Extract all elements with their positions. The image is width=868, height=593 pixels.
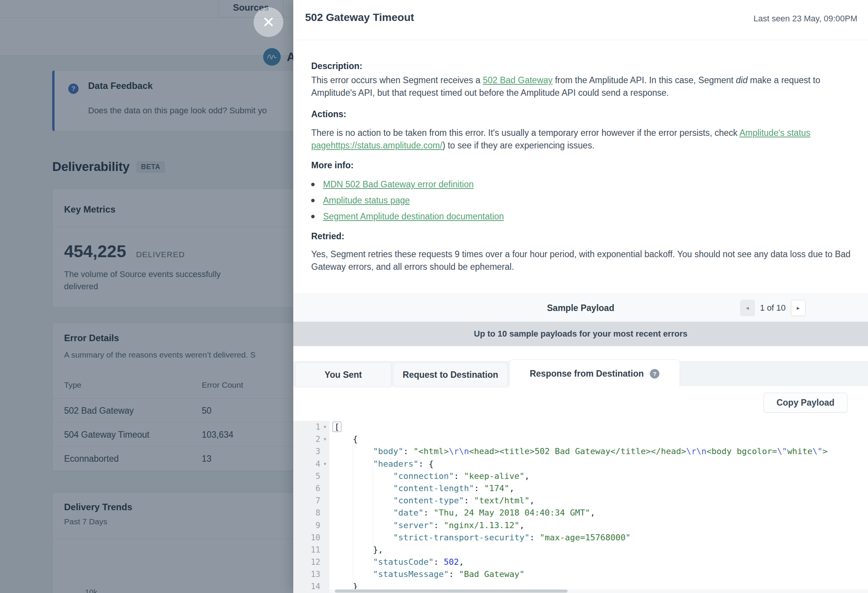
code-line: 2▾ { — [293, 433, 868, 445]
code-token — [333, 508, 393, 517]
code-token: > — [823, 446, 828, 456]
code-line: 3 "body": "<html>\r\n<head><title>502 Ba… — [293, 445, 868, 458]
code-line: 7 "content-type": "text/html", — [293, 495, 868, 507]
code-token: , — [590, 508, 595, 517]
code-token — [333, 471, 393, 481]
code-token: \" — [812, 446, 823, 456]
code-source: { — [333, 433, 358, 445]
code-token: 502 — [444, 557, 459, 567]
fold-caret-icon[interactable]: ▾ — [320, 458, 330, 470]
code-token: "nginx/1.13.12" — [444, 520, 519, 530]
fold-caret-icon[interactable]: ▾ — [320, 421, 330, 433]
pager-prev-button[interactable]: ◂ — [740, 300, 755, 316]
close-icon: ✕ — [262, 15, 275, 30]
code-source: "content-type": "text/html", — [333, 495, 535, 507]
copy-payload-button[interactable]: Copy Payload — [764, 393, 847, 413]
panel-title: 502 Gateway Timeout — [305, 11, 414, 24]
code-line: 12 "statusCode": 502, — [293, 556, 868, 568]
code-line: 8 "date": "Thu, 24 May 2018 04:40:34 GMT… — [293, 507, 868, 519]
payload-pager: ◂ 1 of 10 ▸ — [740, 300, 805, 316]
code-line: 13 "statusMessage": "Bad Gateway" — [293, 568, 868, 580]
code-token: \r\n — [449, 446, 469, 456]
text-run: did — [736, 75, 748, 85]
more-info-link[interactable]: Amplitude status page — [323, 195, 410, 206]
bullet-dot — [311, 215, 315, 218]
code-token — [333, 459, 373, 469]
code-source: "date": "Thu, 24 May 2018 04:40:34 GMT", — [333, 507, 595, 519]
fold-spacer — [320, 580, 330, 593]
horizontal-scrollbar — [330, 589, 868, 593]
scrollbar-thumb[interactable] — [335, 590, 567, 593]
error-detail-panel: 502 Gateway Timeout Last seen 23 May, 09… — [293, 0, 868, 593]
code-token: "content-type" — [393, 496, 464, 505]
fold-spacer — [320, 507, 330, 519]
code-lines: 1▾[2▾ {3 "body": "<html>\r\n<head><title… — [293, 421, 868, 593]
line-number: 14 — [293, 580, 320, 593]
code-line: 9 "server": "nginx/1.13.12", — [293, 519, 868, 532]
tab-label: Request to Destination — [403, 370, 498, 380]
code-source: }, — [333, 544, 383, 556]
fold-spacer — [320, 470, 330, 482]
code-token: "headers" — [373, 459, 418, 469]
code-token: : — [434, 520, 444, 530]
code-token: "statusMessage" — [373, 569, 449, 579]
code-token — [333, 483, 393, 493]
code-source: "content-length": "174", — [333, 482, 514, 495]
tab-you-sent[interactable]: You Sent — [295, 362, 391, 387]
retried-label: Retried: — [311, 231, 344, 242]
code-token: "statusCode" — [373, 557, 434, 567]
fold-spacer — [320, 568, 330, 580]
description-text: This error occurs when Segment receives … — [311, 74, 833, 99]
more-info-link[interactable]: Segment Amplitude destination documentat… — [323, 211, 504, 222]
code-token: : — [449, 569, 459, 579]
more-info-label: More info: — [311, 160, 354, 171]
text-run: This error occurs when Segment receives … — [311, 75, 483, 85]
code-token: , — [459, 557, 464, 567]
code-line: 6 "content-length": "174", — [293, 482, 868, 495]
tab-label: You Sent — [325, 370, 362, 380]
close-button[interactable]: ✕ — [254, 7, 283, 37]
line-number: 9 — [293, 519, 320, 532]
tab-request-to-destination[interactable]: Request to Destination — [393, 362, 508, 387]
more-info-list: MDN 502 Bad Gateway error definitionAmpl… — [311, 176, 504, 224]
code-token: }, — [333, 545, 383, 554]
code-line: 11 }, — [293, 544, 868, 556]
fold-spacer — [320, 445, 330, 458]
code-token: "strict-transport-security" — [393, 533, 530, 542]
line-number: 1 — [293, 421, 320, 433]
payload-tab-rail: You SentRequest to DestinationResponse f… — [293, 361, 868, 386]
inline-link[interactable]: 502 Bad Gateway — [483, 75, 553, 85]
code-token: : — [530, 533, 540, 542]
more-info-link[interactable]: MDN 502 Bad Gateway error definition — [323, 179, 474, 190]
tab-label: Response from Destination — [530, 369, 644, 379]
pager-next-button[interactable]: ▸ — [791, 300, 805, 316]
code-token: , — [524, 471, 529, 481]
code-source: "body": "<html>\r\n<head><title>502 Bad … — [333, 445, 828, 458]
code-token: , — [530, 496, 535, 505]
code-token — [333, 496, 393, 505]
code-source: "statusCode": 502, — [333, 556, 464, 568]
line-number: 11 — [293, 544, 320, 556]
code-token: "Thu, 24 May 2018 04:40:34 GMT" — [434, 508, 590, 517]
code-token: : — [474, 483, 484, 493]
code-source: "statusMessage": "Bad Gateway" — [333, 568, 524, 580]
line-number: 10 — [293, 532, 320, 544]
line-number: 6 — [293, 482, 320, 495]
text-run: Yes, Segment retries these requests 9 ti… — [311, 249, 850, 272]
fold-spacer — [320, 556, 330, 568]
next-arrow-icon: ▸ — [797, 305, 800, 311]
line-number: 4 — [293, 458, 320, 470]
fold-spacer — [320, 482, 330, 495]
fold-caret-icon[interactable]: ▾ — [320, 433, 330, 445]
code-token — [333, 446, 373, 456]
code-token: <body bgcolor= — [706, 446, 777, 456]
code-token: : { — [418, 459, 434, 469]
code-token: : — [423, 508, 434, 517]
code-token: "keep-alive" — [464, 471, 524, 481]
actions-text: There is no action to be taken from this… — [311, 127, 812, 152]
tab-response-from-destination[interactable]: Response from Destination? — [509, 359, 680, 388]
retried-text: Yes, Segment retries these requests 9 ti… — [311, 248, 861, 273]
payload-notice-bar: Up to 10 sample payloads for your most r… — [293, 322, 868, 346]
help-icon[interactable]: ? — [650, 369, 659, 379]
payload-code-editor[interactable]: 1▾[2▾ {3 "body": "<html>\r\n<head><title… — [293, 421, 868, 593]
